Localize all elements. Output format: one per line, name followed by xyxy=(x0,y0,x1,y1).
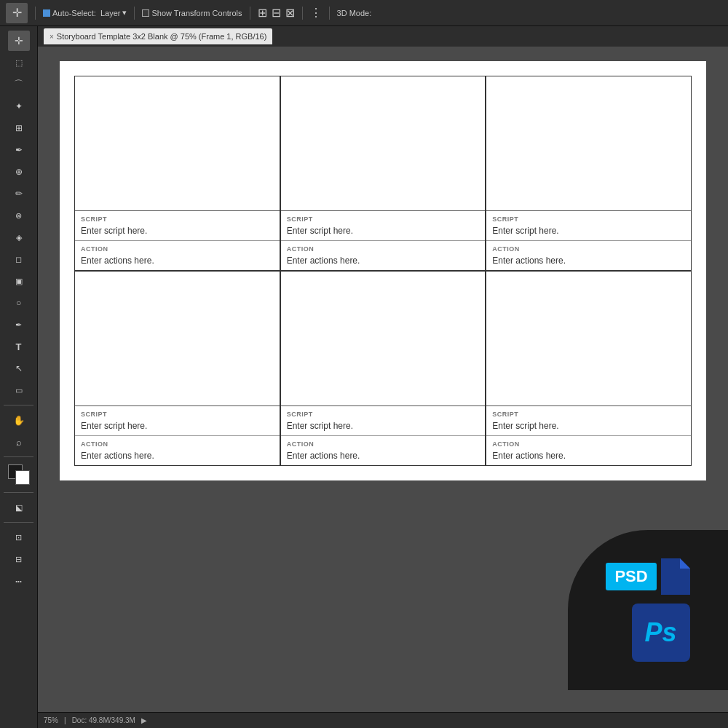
show-transform-checkbox[interactable]: Show Transform Controls xyxy=(142,9,242,17)
align-center-icon[interactable]: ⊟ xyxy=(272,6,281,20)
zoom-tool[interactable]: ⌕ xyxy=(8,432,30,452)
cell-6-action-label: ACTION xyxy=(492,440,685,448)
cell-4-script-text[interactable]: Enter script here. xyxy=(81,421,274,431)
canvas-wrapper: SCRIPT Enter script here. ACTION Enter a… xyxy=(38,47,728,712)
cell-1-action-area: ACTION Enter actions here. xyxy=(75,241,280,270)
storyboard-cell-2: SCRIPT Enter script here. ACTION Enter a… xyxy=(280,76,486,271)
cell-3-action-text[interactable]: Enter actions here. xyxy=(492,256,685,266)
lasso-tool[interactable]: ⌒ xyxy=(8,74,30,95)
cell-3-action-label: ACTION xyxy=(492,245,685,253)
tool-separator-4 xyxy=(4,522,33,523)
background-color[interactable] xyxy=(15,470,30,485)
dodge-tool[interactable]: ○ xyxy=(8,293,30,313)
pointer-tool[interactable]: ↖ xyxy=(8,358,30,379)
screen-mode-tool[interactable]: ⊡ xyxy=(8,527,30,547)
storyboard-cell-4: SCRIPT Enter script here. ACTION Enter a… xyxy=(74,271,280,466)
psd-overlay: PSD Ps xyxy=(568,530,728,690)
storyboard-cell-3: SCRIPT Enter script here. ACTION Enter a… xyxy=(486,76,692,271)
cell-5-script-area: SCRIPT Enter script here. xyxy=(281,406,486,436)
cell-1-action-label: ACTION xyxy=(81,245,274,253)
3d-mode-label: 3D Mode: xyxy=(337,9,372,17)
doc-info: Doc: 49.8M/349.3M xyxy=(72,716,135,724)
zoom-level: 75% xyxy=(44,716,58,724)
cell-4-image-area xyxy=(75,272,280,406)
canvas-area: × Storyboard Template 3x2 Blank @ 75% (F… xyxy=(38,26,728,728)
cell-1-image-area xyxy=(75,76,280,211)
cell-3-script-area: SCRIPT Enter script here. xyxy=(486,211,691,241)
psd-file-icon xyxy=(661,558,690,595)
cell-3-image-area xyxy=(486,76,691,211)
history-tool[interactable]: ◈ xyxy=(8,227,30,248)
layer-chevron: ▾ xyxy=(122,8,127,17)
arrow-icon[interactable]: ▶ xyxy=(141,716,147,724)
cell-6-script-text[interactable]: Enter script here. xyxy=(492,421,685,431)
auto-select-checkbox[interactable]: Auto-Select: xyxy=(43,9,96,17)
cell-4-action-text[interactable]: Enter actions here. xyxy=(81,451,274,461)
3d-mode-text: 3D Mode: xyxy=(337,9,372,17)
left-toolbar: ✛ ⬚ ⌒ ✦ ⊞ ✒ ⊕ ✏ ⊗ ◈ ◻ ▣ ○ ✒ T ↖ ▭ ✋ ⌕ ⬕ … xyxy=(0,26,38,728)
frame-mode-tool[interactable]: ⊟ xyxy=(8,549,30,569)
storyboard-grid: SCRIPT Enter script here. ACTION Enter a… xyxy=(60,61,706,480)
align-left-icon[interactable]: ⊞ xyxy=(258,6,267,20)
cell-4-script-label: SCRIPT xyxy=(81,411,274,418)
cell-6-action-text[interactable]: Enter actions here. xyxy=(492,451,685,461)
cell-2-script-label: SCRIPT xyxy=(287,215,480,223)
cell-5-script-text[interactable]: Enter script here. xyxy=(287,421,480,431)
document-tab[interactable]: × Storyboard Template 3x2 Blank @ 75% (F… xyxy=(44,28,272,44)
layer-dropdown[interactable]: Layer ▾ xyxy=(100,8,127,17)
hand-tool[interactable]: ✋ xyxy=(8,410,30,430)
cell-1-action-text[interactable]: Enter actions here. xyxy=(81,256,274,266)
shape-tool[interactable]: ▭ xyxy=(8,380,30,400)
svg-marker-0 xyxy=(661,558,690,595)
align-right-icon[interactable]: ⊠ xyxy=(285,6,295,20)
status-separator: | xyxy=(64,716,66,724)
cell-2-image-area xyxy=(281,76,486,211)
text-tool[interactable]: T xyxy=(8,336,30,357)
top-toolbar: ✛ Auto-Select: Layer ▾ Show Transform Co… xyxy=(0,0,728,26)
cell-2-action-label: ACTION xyxy=(287,245,480,253)
toolbar-separator-2 xyxy=(134,7,135,20)
eraser-tool[interactable]: ◻ xyxy=(8,249,30,269)
crop-tool[interactable]: ⊞ xyxy=(8,118,30,138)
cell-2-action-text[interactable]: Enter actions here. xyxy=(287,256,480,266)
move-tool[interactable]: ✛ xyxy=(8,31,30,51)
tab-title: Storyboard Template 3x2 Blank @ 75% (Fra… xyxy=(57,32,267,41)
tool-separator xyxy=(4,405,33,405)
auto-select-check xyxy=(43,9,50,17)
extras-tool[interactable]: ••• xyxy=(8,571,30,591)
eyedropper-tool[interactable]: ✒ xyxy=(8,140,30,160)
clone-tool[interactable]: ⊗ xyxy=(8,205,30,226)
magic-wand-tool[interactable]: ✦ xyxy=(8,96,30,116)
toolbar-separator-3 xyxy=(250,7,250,20)
tool-separator-3 xyxy=(4,492,33,493)
toolbar-separator-5 xyxy=(329,7,330,20)
cell-4-action-label: ACTION xyxy=(81,440,274,448)
healing-tool[interactable]: ⊕ xyxy=(8,162,30,182)
storyboard-cell-6: SCRIPT Enter script here. ACTION Enter a… xyxy=(486,271,692,466)
color-swatches[interactable] xyxy=(8,464,30,485)
storyboard-cell-1: SCRIPT Enter script here. ACTION Enter a… xyxy=(74,76,280,271)
tab-close-icon[interactable]: × xyxy=(50,33,54,41)
psd-ps-icon: Ps xyxy=(632,604,690,662)
cell-5-action-text[interactable]: Enter actions here. xyxy=(287,451,480,461)
cell-1-script-text[interactable]: Enter script here. xyxy=(81,226,274,236)
cell-4-action-area: ACTION Enter actions here. xyxy=(75,436,280,465)
show-transform-label: Show Transform Controls xyxy=(151,9,242,17)
cell-2-script-text[interactable]: Enter script here. xyxy=(287,226,480,236)
selection-tool[interactable]: ⬚ xyxy=(8,52,30,73)
cell-6-script-area: SCRIPT Enter script here. xyxy=(486,406,691,436)
distribute-icon[interactable]: ⋮ xyxy=(310,6,322,20)
quick-mask-tool[interactable]: ⬕ xyxy=(8,497,30,518)
gradient-tool[interactable]: ▣ xyxy=(8,271,30,291)
cell-3-script-text[interactable]: Enter script here. xyxy=(492,226,685,236)
cell-5-action-label: ACTION xyxy=(287,440,480,448)
cell-1-script-label: SCRIPT xyxy=(81,215,274,223)
toolbar-separator-4 xyxy=(302,7,303,20)
tool-separator-2 xyxy=(4,456,33,457)
brush-tool[interactable]: ✏ xyxy=(8,183,30,204)
cell-2-action-area: ACTION Enter actions here. xyxy=(281,241,486,270)
pen-tool[interactable]: ✒ xyxy=(8,314,30,335)
cell-5-image-area xyxy=(281,272,486,406)
move-tool-icon[interactable]: ✛ xyxy=(6,3,28,23)
tab-bar: × Storyboard Template 3x2 Blank @ 75% (F… xyxy=(38,26,728,47)
